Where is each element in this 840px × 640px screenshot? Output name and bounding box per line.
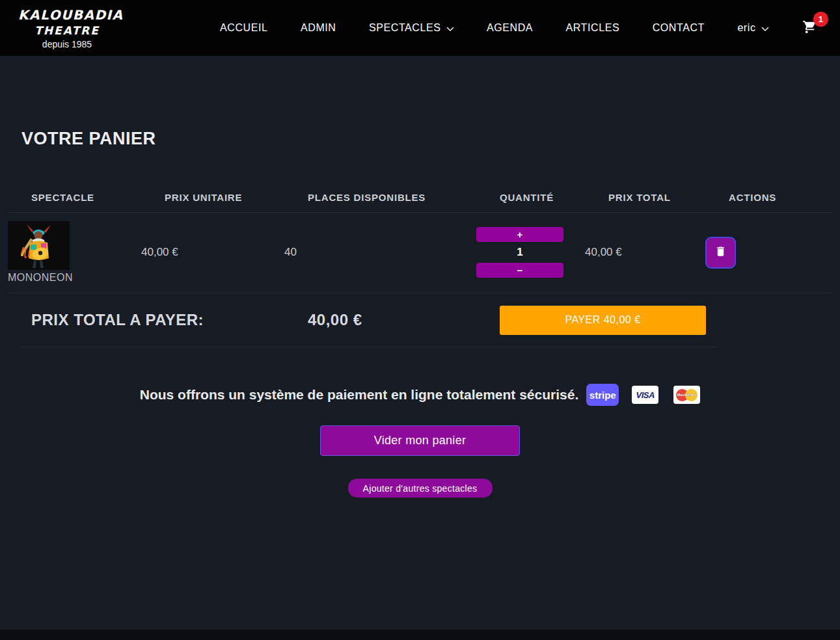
column-header-quantity: QUANTITÉ	[500, 192, 608, 203]
cart-table-header: SPECTACLE PRIX UNITAIRE PLACES DISPONIBL…	[8, 187, 832, 213]
clear-cart-button[interactable]: Vider mon panier	[320, 425, 520, 456]
total-to-pay-amount: 40,00 €	[308, 311, 500, 329]
column-header-actions: ACTIONS	[729, 192, 832, 203]
secure-payment-row: Nous offrons un système de paiement en l…	[8, 384, 832, 406]
unit-price-value: 40,00 €	[141, 246, 284, 259]
remove-item-button[interactable]	[705, 237, 736, 269]
cart-page: VOTRE PANIER SPECTACLE PRIX UNITAIRE PLA…	[0, 56, 840, 630]
main-navigation: ACCUEIL ADMIN SPECTACLES AGENDA ARTICLES…	[220, 20, 822, 37]
product-name: MONONEON	[8, 272, 73, 284]
product-image	[8, 221, 70, 270]
nav-link-spectacles[interactable]: SPECTACLES	[369, 21, 454, 34]
add-more-shows-button[interactable]: Ajouter d'autres spectacles	[348, 479, 493, 498]
nav-link-admin-label: ADMIN	[301, 22, 336, 34]
divider	[21, 347, 717, 347]
mastercard-label: MasterCard	[673, 393, 700, 397]
pay-button[interactable]: PAYER 40,00 €	[500, 306, 706, 335]
nav-link-spectacles-label: SPECTACLES	[369, 22, 441, 34]
quantity-decrease-button[interactable]: −	[476, 263, 563, 278]
nav-link-agenda[interactable]: AGENDA	[487, 22, 533, 34]
column-header-total: PRIX TOTAL	[608, 192, 729, 203]
nav-link-contact[interactable]: CONTACT	[653, 22, 705, 34]
user-menu[interactable]: eric	[737, 21, 768, 34]
cart-total-row: PRIX TOTAL A PAYER: 40,00 € PAYER 40,00 …	[8, 293, 832, 347]
quantity-value: 1	[476, 246, 563, 259]
chevron-down-icon	[761, 23, 769, 34]
cart-item-row: MONONEON 40,00 € 40 + 1 − 40,00 €	[8, 213, 832, 293]
nav-link-accueil[interactable]: ACCUEIL	[220, 22, 268, 34]
product-cell: MONONEON	[8, 221, 73, 284]
line-total-value: 40,00 €	[585, 246, 705, 259]
mastercard-icon: MasterCard	[673, 386, 700, 404]
visa-icon: VISA	[632, 386, 658, 404]
brand-name-line1: KALOUBADIA	[18, 7, 116, 23]
column-header-spectacle: SPECTACLE	[31, 192, 165, 203]
nav-link-contact-label: CONTACT	[653, 22, 705, 34]
column-header-available: PLACES DISPONIBLES	[308, 192, 500, 203]
column-header-unit-price: PRIX UNITAIRE	[165, 192, 308, 203]
available-seats-value: 40	[284, 246, 476, 259]
nav-link-articles[interactable]: ARTICLES	[565, 22, 619, 34]
cart-count-badge: 1	[813, 12, 828, 27]
brand-name-line2: THEATRE	[18, 24, 116, 37]
cart-button[interactable]: 1	[802, 20, 822, 37]
nav-link-admin[interactable]: ADMIN	[301, 22, 336, 34]
user-menu-label: eric	[737, 22, 755, 34]
cart-icon	[802, 25, 818, 36]
stripe-icon: stripe	[586, 384, 619, 406]
nav-link-agenda-label: AGENDA	[487, 22, 533, 34]
nav-link-accueil-label: ACCUEIL	[220, 22, 268, 34]
footer-strip	[0, 630, 840, 640]
page-title: VOTRE PANIER	[21, 129, 832, 149]
quantity-stepper: + 1 −	[476, 227, 563, 278]
trash-icon	[714, 245, 727, 261]
navbar: KALOUBADIA THEATRE depuis 1985 ACCUEIL A…	[0, 0, 840, 56]
brand-logo[interactable]: KALOUBADIA THEATRE depuis 1985	[18, 7, 116, 49]
nav-link-articles-label: ARTICLES	[565, 22, 619, 34]
quantity-increase-button[interactable]: +	[476, 227, 563, 242]
secure-payment-message: Nous offrons un système de paiement en l…	[140, 387, 579, 403]
chevron-down-icon	[446, 23, 454, 34]
total-to-pay-label: PRIX TOTAL A PAYER:	[31, 311, 308, 329]
brand-tagline: depuis 1985	[18, 39, 116, 49]
